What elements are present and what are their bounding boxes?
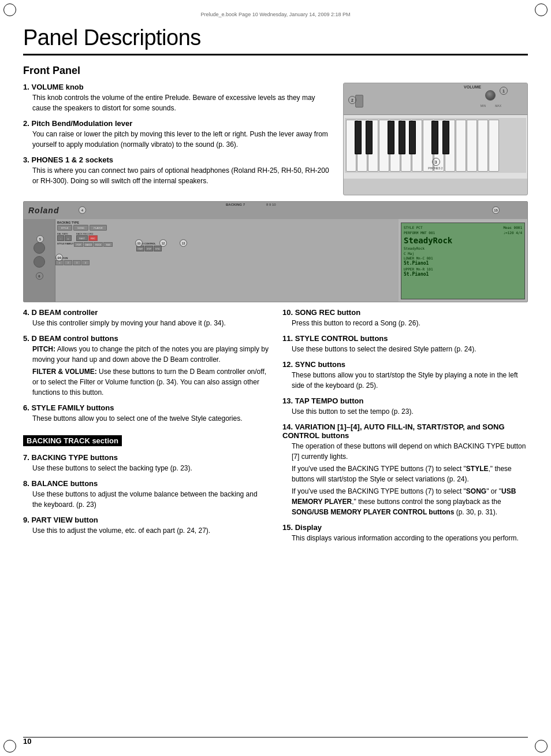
disp-performer: PERFORM MNT 001	[404, 231, 435, 235]
black-key	[388, 121, 394, 154]
roland-logo: Roland	[28, 206, 59, 215]
item-14-p1: The operation of these buttons will depe…	[292, 441, 528, 462]
volume-knob-image	[485, 90, 496, 101]
item-14-title: 14. VARIATION [1]–[4], AUTO FILL-IN, STA…	[282, 423, 528, 440]
bal-minus: -	[57, 235, 64, 241]
item-2-number: 2.	[23, 119, 29, 128]
item-11-body: Use these buttons to select the desired …	[292, 344, 528, 354]
item-4-title: 4. D BEAM controller	[23, 308, 269, 317]
labels-8-10: 8 9 10	[266, 203, 276, 206]
item-5: 5. D BEAM control buttons PITCH: Allows …	[23, 334, 269, 398]
item-12-title: 12. SYNC buttons	[282, 360, 528, 369]
item-14: 14. VARIATION [1]–[4], AUTO FILL-IN, STA…	[282, 423, 528, 517]
front-panel-text: 1. VOLUME knob This knob controls the vo…	[23, 83, 332, 195]
style-bold: STYLE	[466, 465, 489, 473]
song-bold: SONG	[466, 487, 486, 495]
corner-mark-tr	[535, 3, 548, 16]
right-column: 10. SONG REC button Press this button to…	[282, 308, 528, 549]
item-7-body: Use these buttons to select the backing …	[32, 463, 269, 473]
front-panel-layout: 1. VOLUME knob This knob controls the vo…	[23, 83, 528, 195]
song-btn: SONG	[73, 225, 88, 231]
page-title: Panel Descriptions	[23, 25, 528, 50]
item-1: 1. VOLUME knob This knob controls the vo…	[23, 83, 332, 113]
disp-upper-label: UPPER Mn-R 101	[404, 267, 433, 271]
item-5-filter: FILTER & VOLUME: Use these buttons to tu…	[32, 366, 269, 398]
song-control-bold: SONG/USB MEMORY PLAYER CONTROL buttons	[292, 508, 454, 516]
sf-other: R&B	[103, 242, 113, 247]
item-13-body: Use this button to set the tempo (p. 23)…	[292, 406, 528, 417]
corner-mark-br	[535, 740, 548, 753]
black-key	[409, 121, 416, 154]
black-key	[355, 121, 362, 154]
balance-btns: - +	[57, 235, 72, 241]
display-lower-row: LOWER Mn-C 001	[404, 256, 522, 260]
backing-7-label: BACKING 7	[226, 203, 245, 206]
white-key	[489, 120, 499, 172]
sc-btn2: STOP	[145, 246, 153, 251]
badge-11-image: 11	[135, 239, 143, 247]
disp-lower-label: LOWER Mn-C 001	[404, 256, 433, 260]
backing-track-heading: BACKING TRACK section	[23, 435, 122, 446]
balance-group: BAL RATE - +	[57, 232, 72, 241]
display-row-2: PERFORM MNT 001 ♩=120 4/4	[404, 231, 522, 235]
disp-key: C Maj	[404, 251, 414, 255]
pitch-bold: PITCH:	[32, 345, 55, 353]
item-9-body: Use this to adjust the volume, etc. of e…	[32, 525, 269, 536]
backing-record-group: BACK RECORD PART VIEW REC	[76, 232, 98, 241]
item-8: 8. BALANCE buttons Use these buttons to …	[23, 479, 269, 510]
badge-3-image: 3	[432, 158, 440, 166]
item-13: 13. TAP TEMPO button Use this button to …	[282, 396, 528, 417]
display-upper-row: UPPER Mn-R 101	[404, 267, 522, 271]
item-3: 3. PHONES 1 & 2 sockets This is where yo…	[23, 155, 332, 186]
var-4: 4	[81, 260, 90, 265]
volume-label: VOLUME	[464, 85, 481, 89]
balance-row: BAL RATE - + BACK RECORD PART VIEW REC	[57, 232, 397, 241]
black-key	[442, 121, 449, 154]
item-6-title: 6. STYLE FAMILY buttons	[23, 403, 269, 412]
item-5-pitch: PITCH: Allows you to change the pitch of…	[32, 344, 269, 365]
badge-13-image: 13	[180, 239, 187, 247]
item-14-body: The operation of these buttons will depe…	[292, 441, 528, 517]
item-3-number: 3.	[23, 155, 29, 164]
corner-mark-tl	[3, 3, 16, 16]
badge-15-image: 15	[492, 206, 500, 214]
part-view-btn: PART VIEW	[76, 235, 88, 241]
item-14-p3: If you've used the BACKING TYPE buttons …	[292, 486, 528, 517]
corner-mark-bl	[3, 740, 16, 753]
item-4: 4. D BEAM controller Use this controller…	[23, 308, 269, 328]
item-4-body: Use this controller simply by moving you…	[32, 318, 269, 328]
page-number: 10	[23, 737, 31, 746]
badge-5-image: 5	[36, 235, 44, 243]
d-beam-circle-1	[33, 242, 45, 254]
sf-dance: DANCE	[84, 242, 93, 247]
item-3-title: 3. PHONES 1 & 2 sockets	[23, 155, 332, 164]
item-10: 10. SONG REC button Press this button to…	[282, 308, 528, 328]
white-key	[456, 120, 466, 172]
keyboard-top-panel: VOLUME 1 2 MIN MAX	[344, 83, 527, 115]
item-3-body: This is where you can connect two pairs …	[32, 165, 332, 186]
sc-btn3: SYNC	[154, 246, 162, 251]
front-panel-image: VOLUME 1 2 MIN MAX	[343, 83, 528, 195]
item-8-title: 8. BALANCE buttons	[23, 479, 269, 488]
disp-sub-style: SteadyRock	[404, 246, 522, 250]
min-label: MIN	[481, 104, 486, 108]
page-title-section: Panel Descriptions	[23, 20, 528, 55]
filter-bold: FILTER & VOLUME:	[32, 368, 97, 376]
left-column: 4. D BEAM controller Use this controller…	[23, 308, 269, 549]
var-3: 3	[73, 260, 81, 265]
badge-2-image: 2	[348, 96, 356, 104]
max-label: MAX	[495, 104, 501, 108]
disp-upper-value: St.Piano1	[404, 272, 522, 277]
item-9: 9. PART VIEW button Use this to adjust t…	[23, 516, 269, 536]
item-9-title: 9. PART VIEW button	[23, 516, 269, 524]
lever-image	[355, 95, 363, 108]
item-5-body: PITCH: Allows you to change the pitch of…	[32, 344, 269, 398]
item-7-title: 7. BACKING TYPE buttons	[23, 453, 269, 462]
item-11: 11. STYLE CONTROL buttons Use these butt…	[282, 334, 528, 354]
item-15-body: This displays various information accord…	[292, 533, 528, 543]
item-7: 7. BACKING TYPE buttons Use these button…	[23, 453, 269, 473]
item-2-title: 2. Pitch Bend/Modulation lever	[23, 119, 332, 128]
item-1-title: 1. VOLUME knob	[23, 83, 332, 91]
d-beam-circle-2	[33, 256, 45, 268]
backing-type-row-label: BACKING TYPE	[57, 221, 397, 224]
